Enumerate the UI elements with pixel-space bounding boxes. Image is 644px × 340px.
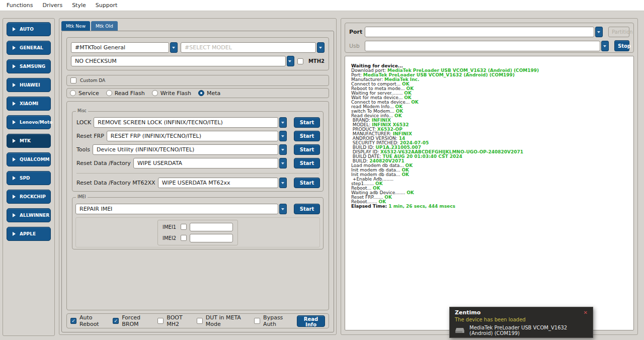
mode-read-flash[interactable]: Read Flash: [106, 90, 145, 97]
sidebar-item-huawei[interactable]: HUAWEI: [7, 78, 51, 92]
play-icon: [13, 120, 16, 124]
port-select-value[interactable]: [365, 27, 594, 37]
partition-button[interactable]: Partition: [608, 27, 629, 37]
checkbox-bypass-auth[interactable]: Bypass Auth: [254, 314, 291, 327]
checkbox-forced-brom[interactable]: ✓Forced BROM: [113, 314, 151, 327]
sidebar-item-label: ALLWINNER: [20, 213, 49, 218]
tab-content: #MTKTool General #SELECT MODEL NO CHECKS…: [61, 31, 334, 332]
model-select[interactable]: #SELECT MODEL: [181, 42, 325, 53]
start-button[interactable]: Start: [294, 204, 320, 214]
sidebar-item-spd[interactable]: SPD: [7, 171, 51, 185]
sidebar-item-label: HUAWEI: [20, 82, 40, 88]
menu-item-functions[interactable]: Functions: [7, 2, 33, 9]
misc-select-value[interactable]: Device Utility (INFINIX/TECNO/ITEL): [93, 144, 278, 155]
start-button[interactable]: Start: [294, 117, 320, 128]
sidebar-item-label: AUTO: [20, 27, 34, 32]
imei-action-select[interactable]: REPAIR IMEI: [75, 204, 287, 214]
checksum-select-value[interactable]: NO CHECKSUM: [71, 56, 286, 66]
misc-select-reset-frp[interactable]: RESET FRP (INFINIX/TECNO/ITEL): [107, 131, 287, 141]
start-button[interactable]: Start: [294, 131, 320, 141]
radio-service[interactable]: [70, 90, 76, 96]
read-info-button[interactable]: Read Info: [297, 315, 325, 327]
mth2-label: MTH2: [308, 58, 325, 64]
chevron-down-icon[interactable]: [170, 42, 178, 53]
chevron-down-icon[interactable]: [279, 178, 287, 188]
chevron-down-icon[interactable]: [279, 131, 287, 141]
mth2-checkbox[interactable]: [297, 58, 303, 64]
sidebar: AUTOGENERALSAMSUNGHUAWEIXIAOMILenovo/Mot…: [3, 18, 55, 336]
sidebar-item-xiaomi[interactable]: XIAOMI: [7, 97, 51, 111]
imei-action-value[interactable]: REPAIR IMEI: [75, 204, 278, 214]
custom-da-checkbox[interactable]: [70, 77, 76, 83]
chevron-down-icon[interactable]: [279, 144, 287, 155]
imei-checkbox-imei2[interactable]: [181, 235, 187, 241]
usb-label: Usb: [349, 43, 361, 49]
imei-input-imei2[interactable]: [190, 234, 233, 242]
chevron-down-icon[interactable]: [279, 204, 287, 214]
sidebar-item-qualcomm[interactable]: QUALCOMM: [7, 152, 51, 166]
checkbox-box[interactable]: [157, 318, 164, 324]
misc-select-value[interactable]: RESET FRP (INFINIX/TECNO/ITEL): [107, 131, 278, 141]
tool-select-value[interactable]: #MTKTool General: [71, 42, 169, 53]
menu-item-style[interactable]: Style: [72, 2, 86, 9]
sidebar-item-allwinner[interactable]: ALLWINNER: [7, 208, 51, 222]
checkbox-box[interactable]: [254, 318, 260, 324]
misc-select-reset-data-factory[interactable]: WIPE USERDATA: [133, 158, 287, 168]
checkbox-box[interactable]: [197, 318, 203, 324]
chevron-down-icon[interactable]: [601, 41, 609, 51]
misc-select-reset-data-factory-mt62xx[interactable]: WIPE USERDATA MT62xx: [158, 178, 287, 188]
menu-item-support[interactable]: Support: [96, 2, 117, 9]
log-output[interactable]: Waiting for device...Download port: Medi…: [345, 56, 634, 330]
sidebar-item-label: SAMSUNG: [20, 64, 45, 69]
checkbox-boot-mh2[interactable]: BOOT MH2: [157, 314, 190, 327]
checksum-select[interactable]: NO CHECKSUM: [71, 56, 294, 66]
sidebar-item-mtk[interactable]: MTK: [7, 134, 51, 148]
chevron-down-icon[interactable]: [279, 117, 287, 128]
chevron-down-icon[interactable]: [317, 42, 325, 53]
tool-select[interactable]: #MTKTool General: [71, 42, 178, 53]
misc-select-value[interactable]: WIPE USERDATA: [133, 158, 278, 168]
mode-write-flash[interactable]: Write Flash: [152, 90, 191, 97]
stop-button[interactable]: Stop: [614, 40, 629, 51]
imei-fields-box: IMEI1IMEI2: [157, 220, 238, 245]
mode-meta[interactable]: Meta: [198, 90, 220, 97]
port-select[interactable]: [365, 27, 603, 37]
imei-checkbox-imei1[interactable]: [181, 224, 187, 230]
checkbox-auto-reboot[interactable]: ✓Auto Reboot: [70, 314, 107, 327]
sidebar-item-samsung[interactable]: SAMSUNG: [7, 59, 51, 73]
radio-meta[interactable]: [198, 90, 204, 96]
checkbox-box[interactable]: ✓: [70, 318, 76, 324]
checkbox-box[interactable]: ✓: [113, 318, 119, 324]
chevron-down-icon[interactable]: [279, 158, 287, 168]
chevron-down-icon[interactable]: [287, 56, 294, 66]
sidebar-item-apple[interactable]: APPLE: [7, 227, 51, 241]
misc-select-value[interactable]: WIPE USERDATA MT62xx: [158, 178, 278, 188]
sidebar-item-general[interactable]: GENERAL: [7, 41, 51, 55]
misc-select-lock[interactable]: REMOVE SCREEN LOCK (INFINIX/TECNO/ITEL): [94, 117, 287, 128]
start-button[interactable]: Start: [294, 158, 320, 168]
radio-write-flash[interactable]: [152, 90, 158, 96]
radio-read-flash[interactable]: [106, 90, 112, 96]
imei-input-imei1[interactable]: [190, 223, 233, 231]
close-icon[interactable]: ✕: [584, 310, 588, 315]
mode-service[interactable]: Service: [70, 90, 99, 97]
model-select-placeholder[interactable]: #SELECT MODEL: [181, 42, 316, 53]
sidebar-item-label: SPD: [20, 176, 30, 181]
operations-group: Misc LOCKREMOVE SCREEN LOCK (INFINIX/TEC…: [66, 101, 329, 310]
tab-mtk-old[interactable]: Mtk Old: [91, 21, 118, 31]
checkbox-dut-in-meta-mode[interactable]: DUT in META Mode: [197, 314, 248, 327]
sidebar-item-lenovo-moto[interactable]: Lenovo/Moto: [7, 115, 51, 129]
tab-mtk-new[interactable]: Mtk New: [61, 21, 90, 31]
start-button[interactable]: Start: [294, 178, 320, 188]
sidebar-item-label: GENERAL: [20, 45, 43, 50]
usb-select-value[interactable]: [365, 41, 600, 51]
play-icon: [13, 83, 16, 87]
sidebar-item-rockchip[interactable]: ROCKCHIP: [7, 190, 51, 204]
sidebar-item-auto[interactable]: AUTO: [7, 22, 51, 36]
chevron-down-icon[interactable]: [595, 27, 603, 37]
menu-item-drivers[interactable]: Drivers: [43, 2, 63, 9]
misc-select-value[interactable]: REMOVE SCREEN LOCK (INFINIX/TECNO/ITEL): [94, 117, 278, 128]
usb-select[interactable]: [365, 41, 609, 51]
misc-select-tools[interactable]: Device Utility (INFINIX/TECNO/ITEL): [93, 144, 287, 155]
start-button[interactable]: Start: [294, 144, 320, 155]
